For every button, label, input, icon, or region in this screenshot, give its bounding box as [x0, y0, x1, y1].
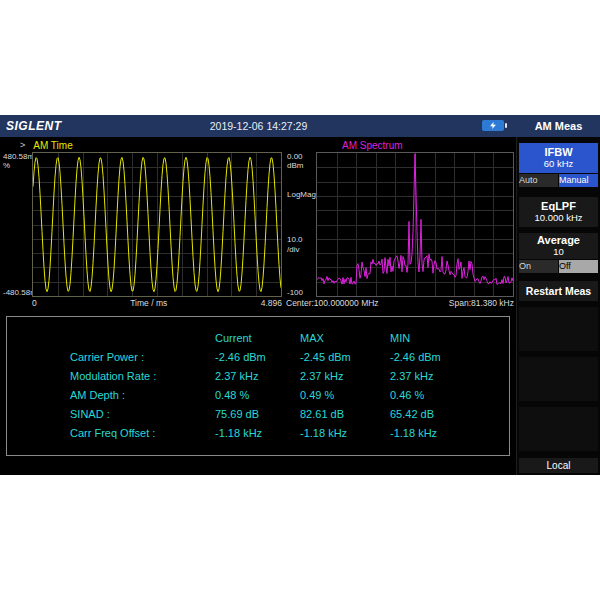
x-left-label: 0: [32, 298, 37, 308]
cell-min: 65.42 dB: [390, 405, 509, 424]
ifbw-value: 60 kHz: [519, 158, 598, 170]
ifbw-label: IFBW: [519, 146, 598, 158]
am-time-ylabels: 480.58m % -480.58m: [2, 152, 32, 297]
ifbw-mode-toggle: Auto Manual: [519, 174, 598, 187]
average-button[interactable]: Average 10: [519, 233, 598, 259]
header-spacer: [70, 329, 215, 348]
header-current: Current: [215, 329, 300, 348]
average-label: Average: [519, 234, 598, 246]
am-spectrum-xaxis: Center:100.000000 MHz Span:81.380 kHz: [286, 297, 514, 309]
softkey-menu: IFBW 60 kHz Auto Manual EqLPF 10.000 kHz…: [516, 137, 600, 475]
main-area: > AM Time 480.58m % -480.58m: [0, 137, 516, 475]
y-unit-label: %: [3, 161, 10, 170]
cell-max: -1.18 kHz: [300, 424, 390, 443]
cell-max: 82.61 dB: [300, 405, 390, 424]
cell-current: -1.18 kHz: [215, 424, 300, 443]
y-top-label: 480.58m: [3, 152, 34, 161]
datetime-display: 2019-12-06 14:27:29: [0, 120, 517, 132]
eqlpf-value: 10.000 kHz: [519, 212, 598, 224]
local-button[interactable]: Local: [519, 458, 598, 473]
row-label: Carr Freq Offset :: [70, 424, 215, 443]
top-bar: SIGLENT 2019-12-06 14:27:29 AM Meas: [0, 115, 600, 137]
battery-charging-icon: [482, 120, 504, 131]
am-spectrum-plot-row: 0.00 dBm LogMag 10.0 /div -100: [286, 152, 514, 297]
span-label: Span:81.380 kHz: [449, 298, 514, 308]
average-off-option[interactable]: Off: [559, 260, 598, 273]
cell-max: -2.45 dBm: [300, 348, 390, 367]
instrument-screen: SIGLENT 2019-12-06 14:27:29 AM Meas > AM…: [0, 115, 600, 475]
am-spectrum-chart: AM Spectrum 0.00 dBm LogMag 10.0 /div -1…: [286, 139, 514, 309]
status-icons: [482, 120, 504, 131]
am-time-plot: [32, 152, 282, 297]
header-max: MAX: [300, 329, 390, 348]
am-spectrum-title-row: AM Spectrum: [286, 139, 514, 152]
average-toggle: On Off: [519, 260, 598, 273]
eqlpf-label: EqLPF: [519, 200, 598, 212]
floor-label: -100: [287, 288, 303, 297]
row-label: SINAD :: [70, 405, 215, 424]
ifbw-manual-option[interactable]: Manual: [559, 174, 598, 187]
row-label: Carrier Power :: [70, 348, 215, 367]
center-freq-label: Center:100.000000 MHz: [286, 298, 379, 308]
am-spectrum-title: AM Spectrum: [342, 139, 403, 152]
eqlpf-button[interactable]: EqLPF 10.000 kHz: [519, 197, 598, 227]
lightning-bolt-icon: [490, 122, 496, 129]
row-label: AM Depth :: [70, 386, 215, 405]
table-row: Carrier Power : -2.46 dBm -2.45 dBm -2.4…: [70, 348, 509, 367]
ifbw-button[interactable]: IFBW 60 kHz: [519, 143, 598, 173]
average-value: 10: [519, 246, 598, 258]
table-row: Modulation Rate : 2.37 kHz 2.37 kHz 2.37…: [70, 367, 509, 386]
softkey-blank-1: [519, 307, 598, 351]
am-spectrum-ylabels: 0.00 dBm LogMag 10.0 /div -100: [286, 152, 316, 297]
am-spectrum-plot: [316, 152, 514, 297]
row-label: Modulation Rate :: [70, 367, 215, 386]
measurement-table: Current MAX MIN Carrier Power : -2.46 dB…: [6, 316, 510, 456]
cell-max: 2.37 kHz: [300, 367, 390, 386]
am-time-title-row: > AM Time: [2, 139, 282, 152]
ifbw-auto-option[interactable]: Auto: [519, 174, 558, 187]
screen-body: > AM Time 480.58m % -480.58m: [0, 137, 600, 475]
softkey-blank-3: [519, 407, 598, 451]
softkey-blank-2: [519, 357, 598, 401]
table-row: Carr Freq Offset : -1.18 kHz -1.18 kHz -…: [70, 424, 509, 443]
am-time-title: AM Time: [33, 139, 72, 152]
cell-min: -1.18 kHz: [390, 424, 509, 443]
header-min: MIN: [390, 329, 509, 348]
cell-current: 2.37 kHz: [215, 367, 300, 386]
page: SIGLENT 2019-12-06 14:27:29 AM Meas > AM…: [0, 0, 600, 600]
am-time-xaxis: 0 Time / ms 4.896: [32, 297, 282, 309]
scale-type-label: LogMag: [287, 190, 316, 199]
scale-div-label: 10.0: [287, 235, 303, 244]
table-row: AM Depth : 0.48 % 0.49 % 0.46 %: [70, 386, 509, 405]
cell-current: 75.69 dB: [215, 405, 300, 424]
x-right-label: 4.896: [261, 298, 282, 308]
cell-min: 2.37 kHz: [390, 367, 509, 386]
restart-meas-button[interactable]: Restart Meas: [519, 281, 598, 301]
trace-marker: >: [20, 139, 25, 152]
cell-max: 0.49 %: [300, 386, 390, 405]
ref-unit-label: dBm: [287, 161, 303, 170]
table-row: SINAD : 75.69 dB 82.61 dB 65.42 dB: [70, 405, 509, 424]
cell-current: 0.48 %: [215, 386, 300, 405]
menu-title: AM Meas: [517, 115, 600, 137]
average-on-option[interactable]: On: [519, 260, 558, 273]
am-time-plot-row: 480.58m % -480.58m: [2, 152, 282, 297]
cell-min: 0.46 %: [390, 386, 509, 405]
x-axis-title: Time / ms: [130, 298, 167, 308]
ref-level-label: 0.00: [287, 152, 303, 161]
cell-current: -2.46 dBm: [215, 348, 300, 367]
am-time-chart: > AM Time 480.58m % -480.58m: [2, 139, 282, 309]
charts-row: > AM Time 480.58m % -480.58m: [0, 137, 516, 309]
scale-div-unit: /div: [287, 245, 299, 254]
cell-min: -2.46 dBm: [390, 348, 509, 367]
table-header-row: Current MAX MIN: [70, 329, 509, 348]
